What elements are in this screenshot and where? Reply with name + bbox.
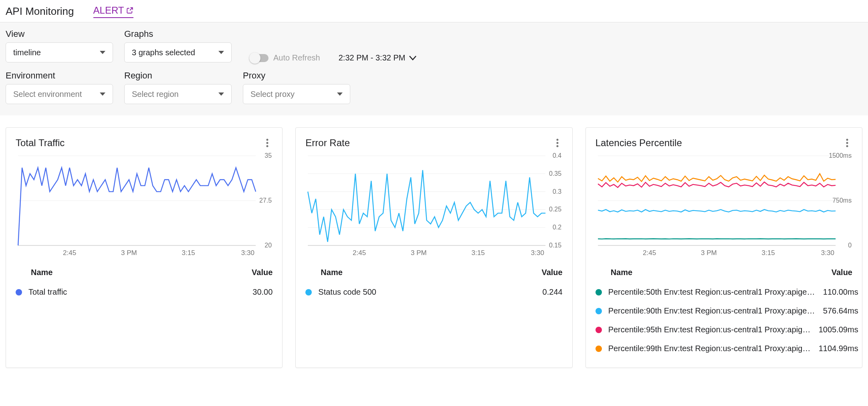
svg-text:3 PM: 3 PM: [121, 249, 137, 257]
environment-label: Environment: [6, 70, 113, 81]
legend-dot-icon: [16, 289, 22, 295]
view-label: View: [6, 29, 113, 39]
svg-text:2:45: 2:45: [643, 249, 656, 257]
svg-text:3:30: 3:30: [821, 249, 834, 257]
svg-text:20: 20: [264, 242, 272, 249]
svg-text:750ms: 750ms: [832, 197, 852, 204]
card-menu-button[interactable]: [842, 138, 852, 148]
legend-name-text: Percentile:99th Env:test Region:us-centr…: [608, 344, 812, 353]
card-title: Latencies Percentile: [595, 137, 682, 149]
card-menu-button[interactable]: [262, 138, 273, 148]
svg-text:1500ms: 1500ms: [829, 152, 852, 159]
legend-value: 110.00ms: [817, 287, 858, 297]
chevron-down-icon: [337, 92, 343, 96]
environment-placeholder: Select environment: [13, 90, 82, 99]
region-label: Region: [124, 70, 232, 81]
svg-point-2: [266, 145, 268, 147]
card-error-rate: Error Rate 0.150.20.250.30.350.42:453 PM…: [295, 127, 572, 368]
legend-row: Percentile:50th Env:test Region:us-centr…: [595, 283, 858, 301]
legend-dot-icon: [305, 289, 312, 295]
legend-name-text: Percentile:95th Env:test Region:us-centr…: [608, 325, 812, 334]
graphs-select-value: 3 graphs selected: [132, 48, 195, 57]
page-header: API Monitoring ALERT: [0, 0, 868, 22]
environment-select[interactable]: Select environment: [6, 84, 113, 104]
legend-value: 576.64ms: [817, 306, 858, 316]
card-latencies: Latencies Percentile 0750ms1500ms2:453 P…: [585, 127, 862, 368]
legend-dot-icon: [595, 346, 602, 352]
legend-dot-icon: [595, 327, 602, 333]
svg-text:3:30: 3:30: [241, 249, 254, 257]
legend-row: Status code 5000.244: [305, 283, 562, 301]
chevron-down-icon: [218, 92, 224, 96]
kebab-icon: [846, 139, 848, 147]
svg-text:3:15: 3:15: [182, 249, 195, 257]
chart-latencies: 0750ms1500ms2:453 PM3:153:30: [586, 153, 862, 259]
chart-total-traffic: 2027.5352:453 PM3:153:30: [6, 153, 282, 259]
svg-point-36: [846, 145, 848, 147]
svg-text:0.4: 0.4: [553, 152, 561, 159]
legend-row: Percentile:99th Env:test Region:us-centr…: [595, 339, 858, 358]
svg-point-0: [266, 139, 268, 141]
time-range-picker[interactable]: 2:32 PM - 3:32 PM: [339, 53, 417, 62]
svg-text:0.2: 0.2: [553, 224, 561, 231]
legend-value: 0.244: [536, 287, 563, 297]
legend-col-name: Name: [611, 268, 632, 277]
external-link-icon: [126, 7, 133, 14]
auto-refresh-label: Auto Refresh: [273, 53, 320, 62]
svg-text:3 PM: 3 PM: [701, 249, 717, 257]
svg-text:3:15: 3:15: [472, 249, 485, 257]
svg-point-35: [846, 142, 848, 144]
legend-value: 30.00: [246, 287, 273, 297]
legend-name-text: Percentile:90th Env:test Region:us-centr…: [608, 306, 817, 316]
legend-name-text: Status code 500: [318, 287, 376, 297]
legend: Name Value Status code 5000.244: [296, 259, 572, 311]
chevron-down-icon: [100, 92, 105, 96]
cards-grid: Total Traffic 2027.5352:453 PM3:153:30 N…: [0, 115, 868, 380]
chevron-down-icon: [218, 51, 224, 54]
graphs-select[interactable]: 3 graphs selected: [124, 42, 232, 62]
svg-point-16: [556, 145, 558, 147]
card-title: Error Rate: [305, 137, 350, 149]
svg-text:27.5: 27.5: [259, 197, 272, 204]
auto-refresh-toggle[interactable]: [249, 54, 268, 62]
proxy-select[interactable]: Select proxy: [243, 84, 350, 104]
region-placeholder: Select region: [132, 90, 179, 99]
kebab-icon: [266, 139, 268, 147]
legend-value: 1104.99ms: [812, 344, 858, 353]
alert-link[interactable]: ALERT: [93, 5, 134, 18]
svg-text:0.35: 0.35: [549, 170, 561, 177]
svg-text:35: 35: [264, 152, 272, 159]
time-range-value: 2:32 PM - 3:32 PM: [339, 53, 406, 62]
proxy-label: Proxy: [243, 70, 350, 81]
page-title: API Monitoring: [6, 5, 74, 18]
legend-dot-icon: [595, 308, 602, 314]
legend-row: Percentile:95th Env:test Region:us-centr…: [595, 320, 858, 339]
svg-text:2:45: 2:45: [63, 249, 76, 257]
kebab-icon: [556, 139, 559, 147]
legend-col-name: Name: [321, 268, 342, 277]
card-menu-button[interactable]: [552, 138, 563, 148]
card-title: Total Traffic: [16, 137, 65, 149]
svg-point-1: [266, 142, 268, 144]
legend-col-value: Value: [832, 268, 852, 277]
filter-bar: View timeline Graphs 3 graphs selected A…: [0, 22, 868, 115]
legend-col-name: Name: [31, 268, 52, 277]
svg-text:0: 0: [848, 242, 852, 249]
svg-text:2:45: 2:45: [353, 249, 366, 257]
legend-name-text: Percentile:50th Env:test Region:us-centr…: [608, 287, 817, 297]
svg-text:0.25: 0.25: [549, 206, 561, 213]
svg-text:3 PM: 3 PM: [411, 249, 427, 257]
svg-point-14: [556, 139, 558, 141]
chart-error-rate: 0.150.20.250.30.350.42:453 PM3:153:30: [296, 153, 572, 259]
legend-dot-icon: [595, 289, 602, 295]
region-select[interactable]: Select region: [124, 84, 232, 104]
chevron-down-icon: [100, 51, 105, 54]
svg-text:0.15: 0.15: [549, 242, 561, 249]
legend-name-text: Total traffic: [28, 287, 67, 297]
legend-col-value: Value: [541, 268, 562, 277]
view-select[interactable]: timeline: [6, 42, 113, 62]
legend: Name Value Percentile:50th Env:test Regi…: [586, 259, 862, 368]
svg-text:3:30: 3:30: [531, 249, 544, 257]
card-total-traffic: Total Traffic 2027.5352:453 PM3:153:30 N…: [6, 127, 283, 368]
view-select-value: timeline: [13, 48, 41, 57]
